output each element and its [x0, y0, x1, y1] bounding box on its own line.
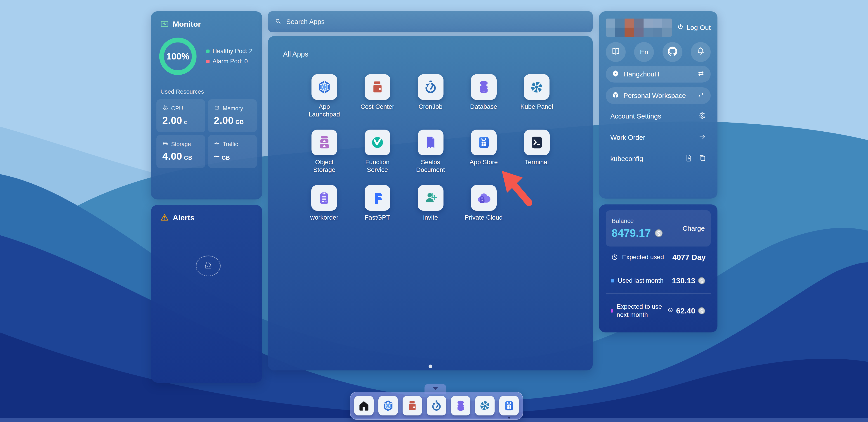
gauge-percent: 100%	[159, 37, 197, 75]
account-panel: Log Out En HangzhouH Personal Workspace …	[599, 11, 717, 199]
charge-button[interactable]: Charge	[683, 224, 705, 232]
app-tile-app-store[interactable]	[471, 129, 497, 155]
help-icon	[667, 306, 674, 315]
kube-panel-icon	[529, 80, 544, 94]
launchpad-icon	[382, 400, 394, 412]
app-invite: invite	[418, 185, 443, 221]
dock-item-cost-center	[403, 396, 422, 416]
app-tile-invite[interactable]	[418, 185, 443, 211]
app-app-launchpad: App Launchpad	[304, 74, 344, 118]
app-label: workorder	[310, 214, 338, 221]
swap-icon[interactable]	[697, 91, 705, 100]
chevron-down-icon	[432, 387, 438, 390]
app-label: App Store	[469, 158, 498, 166]
gear-icon[interactable]	[699, 112, 706, 121]
app-label: invite	[423, 214, 438, 221]
cpu-icon	[162, 105, 168, 112]
stat-card-cpu: CPU 2.00c	[156, 99, 205, 132]
dock-tile-kube-panel[interactable]	[475, 396, 495, 416]
app-label: Function Service	[358, 158, 398, 174]
docs-button[interactable]	[606, 42, 626, 62]
swap-icon[interactable]	[697, 70, 705, 79]
app-tile-workorder[interactable]	[311, 185, 337, 211]
avatar-mosaic-cell	[606, 19, 615, 28]
app-sealos-document: Sealos Document	[410, 129, 451, 174]
avatar-mosaic-cell	[662, 19, 672, 28]
logout-button[interactable]: Log Out	[677, 24, 711, 32]
search-input[interactable]	[286, 18, 586, 26]
dock-tile-app-store[interactable]	[499, 396, 519, 416]
app-tile-kube-panel[interactable]	[524, 74, 550, 100]
app-tile-cost-center[interactable]	[365, 74, 391, 100]
app-cost-center: Cost Center	[361, 74, 394, 111]
app-tile-sealos-document[interactable]	[418, 129, 443, 155]
account-settings-row[interactable]: Account Settings	[606, 110, 711, 123]
bell-icon	[696, 47, 706, 58]
billing-row-expected-to-use-next-month: Expected to use next month 62.40	[606, 293, 711, 328]
notifications-button[interactable]	[691, 42, 711, 62]
app-tile-fastgpt[interactable]	[365, 185, 391, 211]
region-switcher[interactable]: HangzhouH	[606, 66, 711, 83]
dock-item-app-store	[499, 396, 519, 416]
stat-card-memory: Memory 2.00GB	[208, 99, 257, 132]
app-tile-private-cloud[interactable]	[471, 185, 497, 211]
legend-dot	[206, 50, 210, 53]
avatar[interactable]	[606, 19, 672, 37]
dock-item-home	[354, 396, 374, 416]
dock-item-database	[451, 396, 470, 416]
dock-tile-database[interactable]	[451, 396, 470, 416]
invite-icon	[423, 190, 438, 205]
avatar-mosaic-cell	[615, 28, 625, 37]
used-resources-grid: CPU 2.00c Memory 2.00GB Storage 4.00GB T…	[156, 99, 257, 168]
language-button[interactable]: En	[634, 42, 654, 62]
app-tile-app-launchpad[interactable]	[311, 74, 337, 100]
stat-card-storage: Storage 4.00GB	[156, 135, 205, 168]
coin-icon	[698, 277, 706, 285]
avatar-mosaic-cell	[644, 28, 653, 37]
monitor-title: Monitor	[173, 20, 201, 29]
app-tile-function-service[interactable]	[365, 129, 391, 155]
avatar-mosaic-cell	[644, 19, 653, 28]
billing-row-used-last-month: Used last month 130.13	[606, 268, 711, 293]
kubeconfig-label: kubeconfig	[610, 155, 643, 162]
region-label: HangzhouH	[623, 70, 659, 78]
empty-inbox-icon	[203, 261, 213, 271]
dock-item-cronjob	[427, 396, 446, 416]
github-button[interactable]	[662, 42, 682, 62]
work-order-row[interactable]: Work Order	[606, 131, 711, 144]
pod-health-gauge: 100%	[159, 37, 197, 75]
search-bar[interactable]	[268, 11, 593, 32]
dock-tile-home[interactable]	[354, 396, 374, 416]
app-tile-object-storage[interactable]	[311, 129, 337, 155]
avatar-mosaic-cell	[625, 19, 634, 28]
apps-grid: App Launchpad Cost Center CronJob Databa…	[298, 74, 563, 240]
page-indicator-dot[interactable]	[429, 365, 432, 368]
app-workorder: workorder	[310, 185, 338, 221]
avatar-mosaic-cell	[606, 28, 615, 37]
workspace-switcher[interactable]: Personal Workspace	[606, 87, 711, 104]
avatar-mosaic-cell	[634, 28, 644, 37]
app-label: App Launchpad	[304, 103, 344, 118]
launchpad-icon	[317, 80, 332, 94]
database-icon	[455, 400, 467, 412]
warning-icon	[160, 213, 169, 222]
copy-icon[interactable]	[699, 154, 706, 163]
app-cronjob: CronJob	[418, 74, 443, 111]
dock-tile-cost-center[interactable]	[403, 396, 422, 416]
app-tile-terminal[interactable]	[524, 129, 550, 155]
dock	[350, 392, 523, 420]
app-tile-cronjob[interactable]	[418, 74, 443, 100]
kube-panel-icon	[479, 400, 491, 412]
dock-tile-cronjob[interactable]	[427, 396, 446, 416]
arrow-right-icon[interactable]	[699, 133, 706, 142]
dock-tile-app-launchpad[interactable]	[378, 396, 398, 416]
language-label: En	[640, 48, 648, 56]
app-tile-database[interactable]	[471, 74, 497, 100]
download-icon[interactable]	[685, 154, 692, 163]
search-icon	[274, 18, 282, 26]
memory-icon	[214, 105, 220, 112]
dock-item-app-launchpad	[378, 396, 398, 416]
billing-row-expected-used: Expected used 4077 Day	[606, 246, 711, 268]
avatar-mosaic-cell	[615, 19, 625, 28]
object-storage-icon	[317, 135, 332, 150]
